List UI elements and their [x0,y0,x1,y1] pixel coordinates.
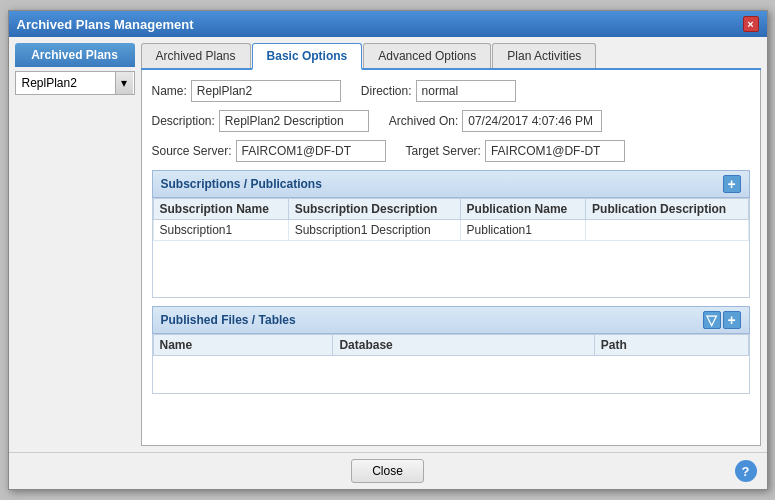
col-subscription-description: Subscription Description [288,199,460,220]
close-button[interactable]: Close [351,459,424,483]
subscription-name-cell: Subscription1 [153,220,288,241]
tab-basic-options[interactable]: Basic Options [252,43,363,70]
subscriptions-header: Subscriptions / Publications + [152,170,750,198]
target-server-input[interactable] [485,140,625,162]
form-group-source-server: Source Server: [152,140,386,162]
help-button[interactable]: ? [735,460,757,482]
form-row-servers: Source Server: Target Server: [152,140,750,162]
published-files-add-button[interactable]: + [723,311,741,329]
sidebar-label: Archived Plans [15,43,135,67]
archived-on-input[interactable] [462,110,602,132]
col-publication-description: Publication Description [586,199,748,220]
published-files-table-header-row: Name Database Path [153,335,748,356]
dialog-window: Archived Plans Management × Archived Pla… [8,10,768,490]
col-path: Path [594,335,748,356]
published-files-table-wrap: Name Database Path [152,334,750,394]
published-files-title: Published Files / Tables [161,313,296,327]
subscriptions-table: Subscription Name Subscription Descripti… [153,198,749,241]
main-content: Archived Plans Basic Options Advanced Op… [141,43,761,446]
direction-label: Direction: [361,84,412,98]
col-name: Name [153,335,333,356]
published-files-header: Published Files / Tables ▽ + [152,306,750,334]
description-input[interactable] [219,110,369,132]
dialog-body: Archived Plans ReplPlan2 ▾ Archived Plan… [9,37,767,452]
dialog-title: Archived Plans Management [17,17,194,32]
form-row-name-direction: Name: Direction: [152,80,750,102]
published-files-buttons: ▽ + [703,311,741,329]
form-row-desc-archived: Description: Archived On: [152,110,750,132]
col-subscription-name: Subscription Name [153,199,288,220]
published-files-table: Name Database Path [153,334,749,356]
sidebar: Archived Plans ReplPlan2 ▾ [15,43,135,446]
subscription-description-cell: Subscription1 Description [288,220,460,241]
tab-advanced-options[interactable]: Advanced Options [363,43,491,68]
form-group-name: Name: [152,80,341,102]
table-row[interactable]: Subscription1 Subscription1 Description … [153,220,748,241]
subscriptions-table-wrap: Subscription Name Subscription Descripti… [152,198,750,298]
form-group-archived-on: Archived On: [389,110,602,132]
publication-name-cell: Publication1 [460,220,586,241]
form-group-description: Description: [152,110,369,132]
tab-archived-plans[interactable]: Archived Plans [141,43,251,68]
dialog-close-button[interactable]: × [743,16,759,32]
target-server-label: Target Server: [406,144,481,158]
published-files-section: Published Files / Tables ▽ + Name Databa… [152,306,750,394]
tab-plan-activities[interactable]: Plan Activities [492,43,596,68]
subscriptions-add-button[interactable]: + [723,175,741,193]
publication-description-cell [586,220,748,241]
form-group-target-server: Target Server: [406,140,625,162]
sidebar-select-container: ReplPlan2 ▾ [15,71,135,95]
dialog-titlebar: Archived Plans Management × [9,11,767,37]
col-publication-name: Publication Name [460,199,586,220]
subscriptions-section: Subscriptions / Publications + Subscript… [152,170,750,298]
name-input[interactable] [191,80,341,102]
source-server-input[interactable] [236,140,386,162]
form-group-direction: Direction: [361,80,516,102]
subscriptions-title: Subscriptions / Publications [161,177,322,191]
col-database: Database [333,335,594,356]
name-label: Name: [152,84,187,98]
description-label: Description: [152,114,215,128]
direction-input[interactable] [416,80,516,102]
published-files-collapse-button[interactable]: ▽ [703,311,721,329]
archived-on-label: Archived On: [389,114,458,128]
subscriptions-table-header-row: Subscription Name Subscription Descripti… [153,199,748,220]
archived-plans-select[interactable]: ReplPlan2 [15,71,135,95]
source-server-label: Source Server: [152,144,232,158]
tab-content-basic-options: Name: Direction: Description: A [141,70,761,446]
tab-bar: Archived Plans Basic Options Advanced Op… [141,43,761,70]
dialog-footer: Close ? [9,452,767,489]
